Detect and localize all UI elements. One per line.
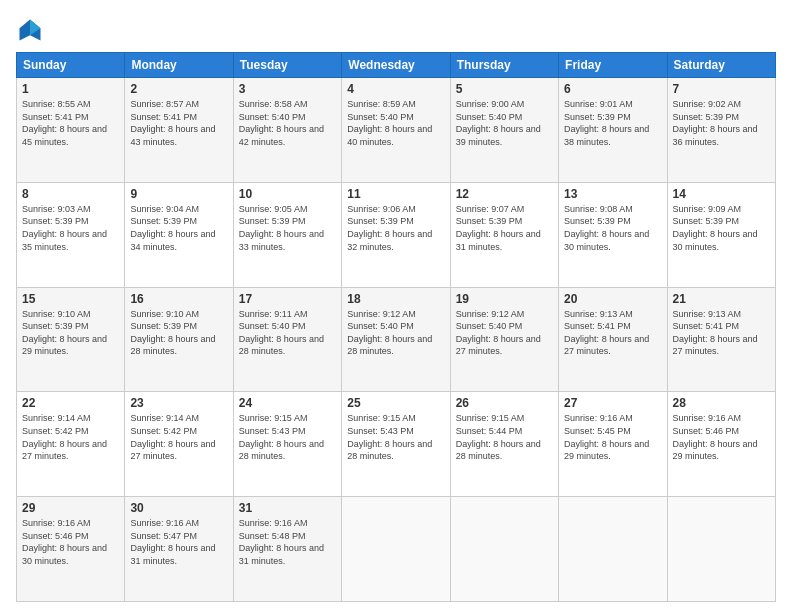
- day-info: Sunrise: 9:13 AMSunset: 5:41 PMDaylight:…: [673, 308, 770, 358]
- day-number: 24: [239, 396, 336, 410]
- week-row-1: 1Sunrise: 8:55 AMSunset: 5:41 PMDaylight…: [17, 78, 776, 183]
- day-info: Sunrise: 9:08 AMSunset: 5:39 PMDaylight:…: [564, 203, 661, 253]
- day-number: 22: [22, 396, 119, 410]
- day-info: Sunrise: 9:09 AMSunset: 5:39 PMDaylight:…: [673, 203, 770, 253]
- day-number: 1: [22, 82, 119, 96]
- day-info: Sunrise: 9:10 AMSunset: 5:39 PMDaylight:…: [130, 308, 227, 358]
- header: [16, 16, 776, 44]
- day-cell: 12Sunrise: 9:07 AMSunset: 5:39 PMDayligh…: [450, 182, 558, 287]
- day-cell: [450, 497, 558, 602]
- day-cell: 3Sunrise: 8:58 AMSunset: 5:40 PMDaylight…: [233, 78, 341, 183]
- day-cell: 24Sunrise: 9:15 AMSunset: 5:43 PMDayligh…: [233, 392, 341, 497]
- day-number: 29: [22, 501, 119, 515]
- day-cell: 13Sunrise: 9:08 AMSunset: 5:39 PMDayligh…: [559, 182, 667, 287]
- day-number: 28: [673, 396, 770, 410]
- day-info: Sunrise: 9:00 AMSunset: 5:40 PMDaylight:…: [456, 98, 553, 148]
- day-info: Sunrise: 9:15 AMSunset: 5:43 PMDaylight:…: [239, 412, 336, 462]
- day-info: Sunrise: 9:16 AMSunset: 5:47 PMDaylight:…: [130, 517, 227, 567]
- day-cell: 26Sunrise: 9:15 AMSunset: 5:44 PMDayligh…: [450, 392, 558, 497]
- day-cell: 15Sunrise: 9:10 AMSunset: 5:39 PMDayligh…: [17, 287, 125, 392]
- day-cell: 21Sunrise: 9:13 AMSunset: 5:41 PMDayligh…: [667, 287, 775, 392]
- day-number: 8: [22, 187, 119, 201]
- day-number: 21: [673, 292, 770, 306]
- day-header-saturday: Saturday: [667, 53, 775, 78]
- day-number: 27: [564, 396, 661, 410]
- day-number: 10: [239, 187, 336, 201]
- day-cell: 6Sunrise: 9:01 AMSunset: 5:39 PMDaylight…: [559, 78, 667, 183]
- calendar-body: 1Sunrise: 8:55 AMSunset: 5:41 PMDaylight…: [17, 78, 776, 602]
- day-number: 3: [239, 82, 336, 96]
- day-number: 23: [130, 396, 227, 410]
- day-info: Sunrise: 9:13 AMSunset: 5:41 PMDaylight:…: [564, 308, 661, 358]
- day-cell: 16Sunrise: 9:10 AMSunset: 5:39 PMDayligh…: [125, 287, 233, 392]
- day-cell: 5Sunrise: 9:00 AMSunset: 5:40 PMDaylight…: [450, 78, 558, 183]
- day-info: Sunrise: 8:58 AMSunset: 5:40 PMDaylight:…: [239, 98, 336, 148]
- day-cell: 19Sunrise: 9:12 AMSunset: 5:40 PMDayligh…: [450, 287, 558, 392]
- day-cell: 14Sunrise: 9:09 AMSunset: 5:39 PMDayligh…: [667, 182, 775, 287]
- day-cell: 28Sunrise: 9:16 AMSunset: 5:46 PMDayligh…: [667, 392, 775, 497]
- day-number: 25: [347, 396, 444, 410]
- day-number: 5: [456, 82, 553, 96]
- day-number: 7: [673, 82, 770, 96]
- day-info: Sunrise: 9:14 AMSunset: 5:42 PMDaylight:…: [130, 412, 227, 462]
- day-info: Sunrise: 9:12 AMSunset: 5:40 PMDaylight:…: [347, 308, 444, 358]
- day-cell: 22Sunrise: 9:14 AMSunset: 5:42 PMDayligh…: [17, 392, 125, 497]
- day-header-sunday: Sunday: [17, 53, 125, 78]
- day-info: Sunrise: 9:02 AMSunset: 5:39 PMDaylight:…: [673, 98, 770, 148]
- day-info: Sunrise: 9:16 AMSunset: 5:48 PMDaylight:…: [239, 517, 336, 567]
- day-number: 11: [347, 187, 444, 201]
- week-row-4: 22Sunrise: 9:14 AMSunset: 5:42 PMDayligh…: [17, 392, 776, 497]
- day-info: Sunrise: 9:04 AMSunset: 5:39 PMDaylight:…: [130, 203, 227, 253]
- page: SundayMondayTuesdayWednesdayThursdayFrid…: [0, 0, 792, 612]
- day-number: 6: [564, 82, 661, 96]
- day-number: 19: [456, 292, 553, 306]
- day-cell: 25Sunrise: 9:15 AMSunset: 5:43 PMDayligh…: [342, 392, 450, 497]
- day-cell: 29Sunrise: 9:16 AMSunset: 5:46 PMDayligh…: [17, 497, 125, 602]
- day-number: 12: [456, 187, 553, 201]
- day-cell: 30Sunrise: 9:16 AMSunset: 5:47 PMDayligh…: [125, 497, 233, 602]
- day-info: Sunrise: 9:07 AMSunset: 5:39 PMDaylight:…: [456, 203, 553, 253]
- day-cell: 11Sunrise: 9:06 AMSunset: 5:39 PMDayligh…: [342, 182, 450, 287]
- header-row: SundayMondayTuesdayWednesdayThursdayFrid…: [17, 53, 776, 78]
- day-cell: 20Sunrise: 9:13 AMSunset: 5:41 PMDayligh…: [559, 287, 667, 392]
- day-cell: [342, 497, 450, 602]
- day-number: 30: [130, 501, 227, 515]
- logo-icon: [16, 16, 44, 44]
- week-row-2: 8Sunrise: 9:03 AMSunset: 5:39 PMDaylight…: [17, 182, 776, 287]
- day-cell: 31Sunrise: 9:16 AMSunset: 5:48 PMDayligh…: [233, 497, 341, 602]
- day-cell: 2Sunrise: 8:57 AMSunset: 5:41 PMDaylight…: [125, 78, 233, 183]
- day-info: Sunrise: 8:59 AMSunset: 5:40 PMDaylight:…: [347, 98, 444, 148]
- day-cell: [559, 497, 667, 602]
- day-info: Sunrise: 9:05 AMSunset: 5:39 PMDaylight:…: [239, 203, 336, 253]
- day-cell: 9Sunrise: 9:04 AMSunset: 5:39 PMDaylight…: [125, 182, 233, 287]
- day-header-friday: Friday: [559, 53, 667, 78]
- day-cell: 27Sunrise: 9:16 AMSunset: 5:45 PMDayligh…: [559, 392, 667, 497]
- day-info: Sunrise: 9:16 AMSunset: 5:46 PMDaylight:…: [673, 412, 770, 462]
- day-header-tuesday: Tuesday: [233, 53, 341, 78]
- day-cell: 10Sunrise: 9:05 AMSunset: 5:39 PMDayligh…: [233, 182, 341, 287]
- day-cell: 7Sunrise: 9:02 AMSunset: 5:39 PMDaylight…: [667, 78, 775, 183]
- day-info: Sunrise: 8:55 AMSunset: 5:41 PMDaylight:…: [22, 98, 119, 148]
- day-number: 18: [347, 292, 444, 306]
- calendar: SundayMondayTuesdayWednesdayThursdayFrid…: [16, 52, 776, 602]
- day-cell: 1Sunrise: 8:55 AMSunset: 5:41 PMDaylight…: [17, 78, 125, 183]
- day-info: Sunrise: 9:11 AMSunset: 5:40 PMDaylight:…: [239, 308, 336, 358]
- calendar-header: SundayMondayTuesdayWednesdayThursdayFrid…: [17, 53, 776, 78]
- day-info: Sunrise: 9:06 AMSunset: 5:39 PMDaylight:…: [347, 203, 444, 253]
- day-cell: 17Sunrise: 9:11 AMSunset: 5:40 PMDayligh…: [233, 287, 341, 392]
- day-info: Sunrise: 8:57 AMSunset: 5:41 PMDaylight:…: [130, 98, 227, 148]
- day-number: 4: [347, 82, 444, 96]
- day-info: Sunrise: 9:16 AMSunset: 5:46 PMDaylight:…: [22, 517, 119, 567]
- day-info: Sunrise: 9:15 AMSunset: 5:43 PMDaylight:…: [347, 412, 444, 462]
- day-number: 17: [239, 292, 336, 306]
- day-header-thursday: Thursday: [450, 53, 558, 78]
- day-cell: 23Sunrise: 9:14 AMSunset: 5:42 PMDayligh…: [125, 392, 233, 497]
- week-row-5: 29Sunrise: 9:16 AMSunset: 5:46 PMDayligh…: [17, 497, 776, 602]
- day-number: 15: [22, 292, 119, 306]
- day-info: Sunrise: 9:12 AMSunset: 5:40 PMDaylight:…: [456, 308, 553, 358]
- day-info: Sunrise: 9:15 AMSunset: 5:44 PMDaylight:…: [456, 412, 553, 462]
- day-cell: [667, 497, 775, 602]
- day-cell: 8Sunrise: 9:03 AMSunset: 5:39 PMDaylight…: [17, 182, 125, 287]
- day-number: 13: [564, 187, 661, 201]
- day-number: 20: [564, 292, 661, 306]
